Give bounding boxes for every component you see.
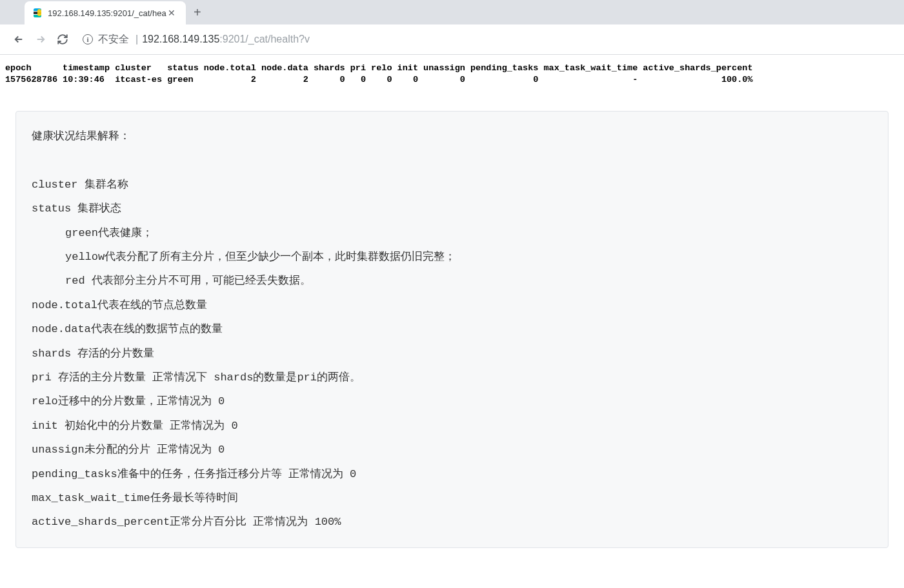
- doc-lines-container: cluster 集群名称status 集群状态green代表健康；yellow代…: [32, 173, 872, 534]
- doc-line: pri 存活的主分片数量 正常情况下 shards的数量是pri的两倍。: [32, 366, 872, 389]
- doc-title: 健康状况结果解释：: [32, 124, 872, 148]
- cat-health-output: epoch timestamp cluster status node.tota…: [5, 63, 899, 85]
- doc-line: max_task_wait_time任务最长等待时间: [32, 486, 872, 510]
- doc-line: red 代表部分主分片不可用，可能已经丢失数据。: [32, 269, 872, 293]
- output-row: 1575628786 10:39:46 itcast-es green 2 2 …: [5, 75, 753, 84]
- forward-button[interactable]: [31, 30, 50, 49]
- doc-line: init 初始化中的分片数量 正常情况为 0: [32, 414, 872, 438]
- tab-bar: 192.168.149.135:9201/_cat/hea ✕ +: [0, 0, 904, 24]
- doc-line: green代表健康；: [32, 221, 872, 245]
- tab-title: 192.168.149.135:9201/_cat/hea: [48, 8, 166, 18]
- doc-line: pending_tasks准备中的任务，任务指迁移分片等 正常情况为 0: [32, 462, 872, 486]
- navigation-bar: i 不安全 | 192.168.149.135:9201/_cat/health…: [0, 24, 904, 55]
- elasticsearch-favicon-icon: [32, 8, 43, 18]
- address-bar[interactable]: i 不安全 | 192.168.149.135:9201/_cat/health…: [83, 33, 895, 46]
- url-port: :9201: [219, 34, 245, 45]
- doc-line: yellow代表分配了所有主分片，但至少缺少一个副本，此时集群数据仍旧完整；: [32, 245, 872, 269]
- new-tab-button[interactable]: +: [194, 5, 201, 20]
- explanation-box: 健康状况结果解释： cluster 集群名称status 集群状态green代表…: [15, 111, 889, 548]
- browser-tab[interactable]: 192.168.149.135:9201/_cat/hea ✕: [25, 1, 186, 24]
- doc-line: unassign未分配的分片 正常情况为 0: [32, 438, 872, 462]
- output-header: epoch timestamp cluster status node.tota…: [5, 63, 753, 73]
- close-tab-icon[interactable]: ✕: [168, 8, 176, 18]
- url-path: /_cat/health?v: [245, 34, 310, 45]
- url-separator: |: [136, 34, 138, 45]
- back-button[interactable]: [9, 30, 28, 49]
- doc-line: relo迁移中的分片数量，正常情况为 0: [32, 389, 872, 413]
- doc-line: shards 存活的分片数量: [32, 342, 872, 366]
- doc-line: status 集群状态: [32, 197, 872, 220]
- page-content: epoch timestamp cluster status node.tota…: [0, 55, 904, 556]
- doc-line: node.total代表在线的节点总数量: [32, 293, 872, 317]
- doc-line: cluster 集群名称: [32, 173, 872, 197]
- not-secure-icon: i: [83, 34, 93, 44]
- browser-chrome: 192.168.149.135:9201/_cat/hea ✕ + i 不安全 …: [0, 0, 904, 55]
- doc-line: active_shards_percent正常分片百分比 正常情况为 100%: [32, 510, 872, 534]
- not-secure-label: 不安全: [98, 33, 129, 46]
- doc-line: node.data代表在线的数据节点的数量: [32, 317, 872, 341]
- url-host: 192.168.149.135: [142, 34, 219, 45]
- doc-blank: [32, 148, 872, 172]
- reload-button[interactable]: [53, 30, 72, 49]
